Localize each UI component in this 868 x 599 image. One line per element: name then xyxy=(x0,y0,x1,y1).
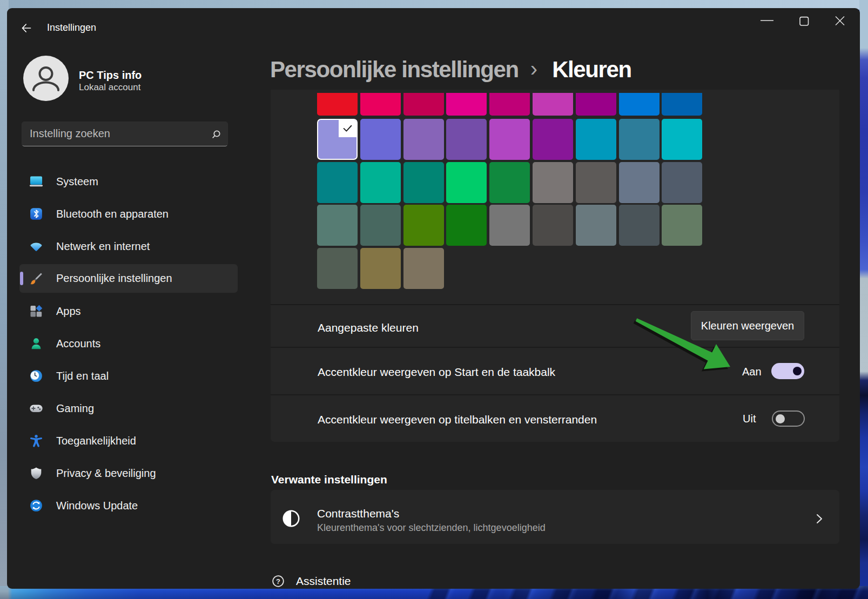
svg-text:?: ? xyxy=(276,577,280,585)
